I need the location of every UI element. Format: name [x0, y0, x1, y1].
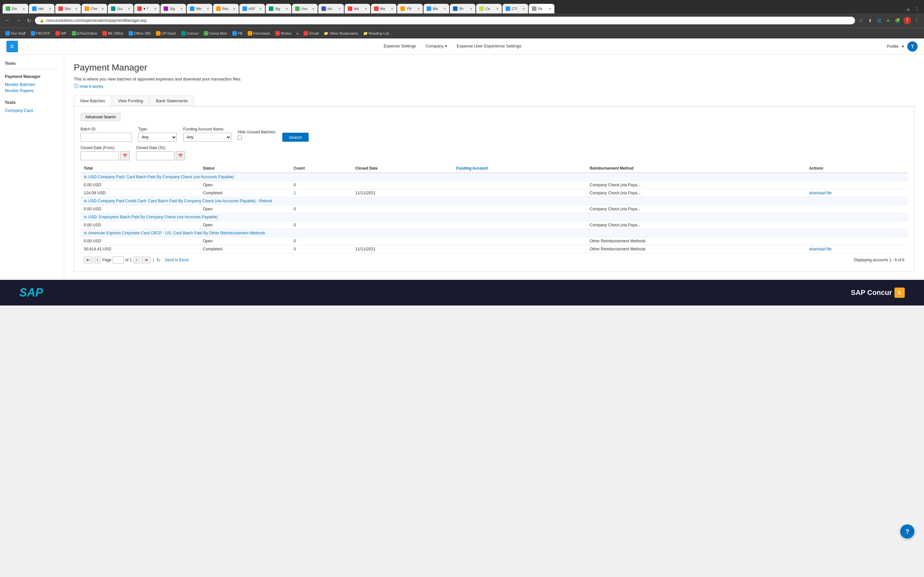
- reload-button[interactable]: ↻: [25, 16, 33, 25]
- bookmark-item[interactable]: Wufoo: [273, 30, 294, 37]
- tab-view-funding[interactable]: View Funding: [112, 95, 150, 106]
- sidebar-monitor-payees-link[interactable]: Monitor Payees: [5, 87, 59, 93]
- bookmark-item[interactable]: Concur: [179, 30, 201, 37]
- browser-tab[interactable]: YN✕: [397, 4, 423, 13]
- bookmark-item[interactable]: Gmail: [301, 30, 321, 37]
- more-options-button[interactable]: ⋮: [913, 17, 921, 24]
- tab-bank-statements[interactable]: Bank Statements: [150, 95, 194, 106]
- tab-close-icon[interactable]: ✕: [365, 7, 367, 11]
- bookmark-item[interactable]: Office 365: [126, 30, 153, 37]
- tab-close-icon[interactable]: ✕: [312, 7, 314, 11]
- hide-unused-checkbox[interactable]: [238, 135, 242, 140]
- tab-close-icon[interactable]: ✕: [128, 7, 130, 11]
- tab-close-icon[interactable]: ✕: [23, 7, 25, 11]
- funding-account-select[interactable]: Any: [183, 133, 231, 142]
- tab-close-icon[interactable]: ✕: [207, 7, 209, 11]
- browser-tab[interactable]: Gui✕: [108, 4, 134, 13]
- browser-tab[interactable]: Ma✕: [423, 4, 449, 13]
- bookmark-item[interactable]: FB: [230, 30, 245, 37]
- browser-tab[interactable]: Che✕: [81, 4, 107, 13]
- back-button[interactable]: ←: [3, 16, 12, 25]
- browser-tab[interactable]: Em✕: [3, 4, 28, 13]
- tab-view-batches[interactable]: View Batches: [74, 95, 111, 106]
- bookmark-item[interactable]: Our Staff: [3, 30, 28, 37]
- browser-tab[interactable]: Sig✕: [266, 4, 291, 13]
- type-select[interactable]: Any Reimbursement Company Card: [138, 133, 177, 142]
- browser-tab[interactable]: Sh✕: [450, 4, 475, 13]
- bookmark-folder[interactable]: 📁Other Bookmarks: [321, 30, 360, 37]
- browser-tab[interactable]: Sho✕: [55, 4, 81, 13]
- bookmark-item[interactable]: FBCATF: [29, 30, 53, 37]
- browser-tab[interactable]: Hel✕: [29, 4, 55, 13]
- advanced-search-button[interactable]: Advanced Search: [81, 113, 121, 121]
- send-to-excel-link[interactable]: Send to Excel: [165, 258, 189, 262]
- closed-date-to-calendar-button[interactable]: 📅: [176, 151, 185, 160]
- tab-close-icon[interactable]: ✕: [102, 7, 104, 11]
- tab-close-icon[interactable]: ✕: [233, 7, 236, 11]
- browser-tab[interactable]: Re✕: [529, 4, 554, 13]
- search-button[interactable]: Search: [282, 133, 309, 142]
- bookmark-star-button[interactable]: ☆: [857, 17, 865, 24]
- browser-tab[interactable]: Ca✕: [476, 4, 502, 13]
- profile-avatar-button[interactable]: T: [903, 17, 911, 24]
- collapse-icon[interactable]: ⊖: [84, 231, 87, 235]
- first-page-button[interactable]: ⇤: [84, 256, 93, 263]
- tab-close-icon[interactable]: ✕: [496, 7, 499, 11]
- batch-title-link[interactable]: American Express Corporate Card CBCP - U…: [88, 231, 265, 235]
- closed-date-from-calendar-button[interactable]: 📅: [120, 151, 129, 160]
- profile-circle-button[interactable]: ●: [885, 16, 892, 25]
- last-page-button[interactable]: ⇥: [142, 256, 150, 263]
- collapse-icon[interactable]: ⊖: [84, 199, 87, 203]
- browser-tab[interactable]: Rec✕: [213, 4, 239, 13]
- download-file-link[interactable]: download file: [809, 247, 832, 251]
- browser-tab[interactable]: Inb✕: [344, 4, 370, 13]
- download-button[interactable]: ⬇: [866, 17, 874, 24]
- tab-close-icon[interactable]: ✕: [180, 7, 183, 11]
- more-bookmarks-icon[interactable]: »: [294, 30, 300, 37]
- bookmark-item[interactable]: UP Dash: [153, 30, 178, 37]
- browser-menu-button[interactable]: ⋮: [913, 5, 921, 13]
- browser-tab[interactable]: CTi✕: [502, 4, 528, 13]
- bookmark-folder[interactable]: 📁Reading List: [361, 30, 391, 37]
- download-file-link[interactable]: download file: [809, 191, 832, 195]
- company-dropdown-link[interactable]: Company ▾: [426, 39, 447, 54]
- browser-tab[interactable]: Uso✕: [292, 4, 318, 13]
- prev-page-button[interactable]: ‹: [94, 256, 101, 263]
- next-page-button[interactable]: ›: [133, 256, 140, 263]
- collapse-icon[interactable]: ⊖: [84, 175, 87, 179]
- browser-tab[interactable]: eSF✕: [239, 4, 265, 13]
- bookmark-item[interactable]: Formstack: [246, 30, 273, 37]
- browser-tab[interactable]: Min✕: [187, 4, 212, 13]
- browser-tab[interactable]: ♥ 7✕: [134, 4, 160, 13]
- page-number-input[interactable]: 1: [113, 256, 124, 263]
- profile-area[interactable]: Profile ▾ T: [887, 41, 918, 52]
- tab-close-icon[interactable]: ✕: [522, 7, 525, 11]
- address-bar[interactable]: 🔒 concursolutions.com/expense/admin/paym…: [35, 17, 855, 24]
- bookmark-item[interactable]: Camp Mon: [202, 30, 229, 37]
- microsoft-icon-button[interactable]: ⊞: [875, 16, 883, 25]
- col-funding-account[interactable]: Funding Account: [453, 164, 586, 173]
- tab-close-icon[interactable]: ✕: [417, 7, 420, 11]
- batch-id-input[interactable]: [81, 133, 132, 142]
- refresh-button[interactable]: ↻: [157, 258, 160, 263]
- tab-close-icon[interactable]: ✕: [259, 7, 262, 11]
- browser-tab[interactable]: Ho✕: [318, 4, 344, 13]
- expense-user-experience-link[interactable]: Expense User Experience Settings: [457, 39, 521, 54]
- closed-date-from-input[interactable]: 11/07/2021: [81, 151, 119, 160]
- extensions-button[interactable]: 🧩: [893, 17, 902, 24]
- forward-button[interactable]: →: [14, 16, 23, 25]
- tab-close-icon[interactable]: ✕: [443, 7, 446, 11]
- new-tab-button[interactable]: +: [904, 7, 913, 13]
- closed-date-to-input[interactable]: [136, 151, 174, 160]
- bookmark-item[interactable]: BE Office: [100, 30, 126, 37]
- batch-title-link[interactable]: USD Company Paid Credit Card: Card Batch…: [88, 199, 272, 203]
- count-link[interactable]: 1: [294, 191, 296, 195]
- sidebar-monitor-batches-link[interactable]: Monitor Batches: [5, 81, 59, 87]
- batch-title-link[interactable]: USD Company Paid: Card Batch Paid By Com…: [88, 175, 234, 179]
- tab-close-icon[interactable]: ✕: [470, 7, 472, 11]
- tab-close-icon[interactable]: ✕: [154, 7, 157, 11]
- tab-close-icon[interactable]: ✕: [549, 7, 551, 11]
- tab-close-icon[interactable]: ✕: [49, 7, 51, 11]
- batch-title-link[interactable]: USD: Employees Batch Paid By Company Che…: [88, 215, 218, 219]
- tab-close-icon[interactable]: ✕: [391, 7, 393, 11]
